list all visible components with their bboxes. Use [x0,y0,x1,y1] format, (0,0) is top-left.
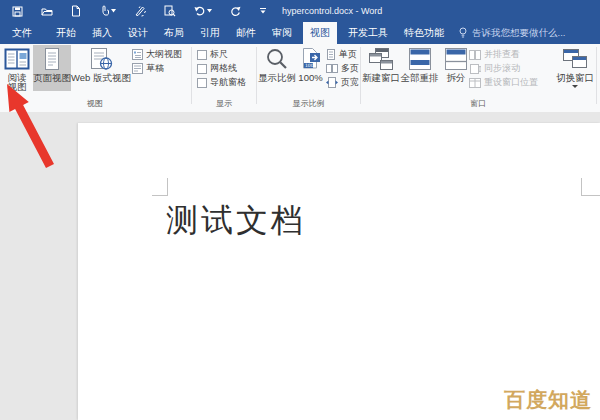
draft-view-button[interactable]: 草稿 [132,63,182,74]
navigation-pane-checkbox[interactable]: 导航窗格 [197,77,246,88]
tab-mailings[interactable]: 邮件 [231,22,261,44]
window-title: hypercontrol.docx - Word [282,0,382,22]
view-side-by-side-icon [469,50,481,60]
gridlines-label: 网格线 [210,62,237,75]
document-page[interactable]: 测试文档 [78,123,600,420]
zoom-100-icon: 100 [300,45,322,73]
open-icon[interactable] [37,0,57,22]
document-text: 测试文档 [166,199,306,243]
watermark-text: 百度知道 [504,386,592,414]
tab-review[interactable]: 审阅 [267,22,297,44]
tab-design[interactable]: 设计 [123,22,153,44]
group-separator [256,47,257,104]
group-separator [596,47,597,104]
outline-view-icon [132,49,143,60]
new-window-icon [368,45,394,73]
reset-window-position-button: 重设窗口位置 [469,77,538,88]
split-label: 拆分 [447,73,466,83]
zoom-100-button[interactable]: 100 100% [295,45,326,91]
zoom-100-label: 100% [298,73,322,83]
page-width-label: 页宽 [341,76,359,89]
tab-layout[interactable]: 布局 [159,22,189,44]
margin-crop-mark-top-right [581,178,600,196]
switch-windows-label: 切换窗口 [556,73,594,83]
checkbox-icon [197,78,207,88]
one-page-button[interactable]: 单页 [326,49,359,60]
checkbox-icon [197,50,207,60]
tell-me-label: 告诉我您想要做什么... [472,27,565,40]
tab-view[interactable]: 视图 [303,22,337,44]
web-layout-button[interactable]: Web 版式视图 [72,45,130,91]
group-zoom: 显示比例 100 100% 单页 多页 页宽 [258,44,359,112]
undo-icon[interactable] [190,0,216,22]
touch-mouse-mode-icon[interactable] [95,0,120,22]
page-width-button[interactable]: 页宽 [326,77,359,88]
reset-window-position-icon [469,78,481,88]
ink-draw-icon[interactable] [130,0,150,22]
draft-view-icon [132,63,143,74]
reading-view-label-line2: 视图 [8,82,27,91]
tab-references[interactable]: 引用 [195,22,225,44]
checkbox-icon [197,64,207,74]
print-layout-label: 页面视图 [33,73,71,83]
svg-text:100: 100 [305,63,314,68]
tab-file[interactable]: 文件 [7,22,37,44]
new-window-label: 新建窗口 [362,73,400,83]
chevron-down-icon [572,85,578,88]
switch-windows-button[interactable]: 切换窗口 [558,45,592,91]
reading-view-icon [4,45,30,73]
group-window: 新建窗口 全部重排 拆分 并排查看 [362,44,594,112]
group-label-window: 窗口 [362,98,594,109]
ruler-label: 标尺 [210,48,228,61]
navigation-pane-label: 导航窗格 [210,76,246,89]
outline-view-button[interactable]: 大纲视图 [132,49,182,60]
ruler-checkbox[interactable]: 标尺 [197,49,246,60]
gridlines-checkbox[interactable]: 网格线 [197,63,246,74]
ribbon: 阅读 视图 页面视图 Web 版式视图 大纲视图 [0,44,600,113]
zoom-magnifier-icon [265,45,289,73]
arrange-all-icon [408,45,432,73]
tab-insert[interactable]: 插入 [87,22,117,44]
tab-special-features[interactable]: 特色功能 [399,22,449,44]
print-layout-icon [43,45,61,73]
multiple-pages-icon [326,63,338,74]
group-separator [360,47,361,104]
reading-view-button[interactable]: 阅读 视图 [2,45,32,91]
print-layout-button[interactable]: 页面视图 [33,45,71,91]
new-window-button[interactable]: 新建窗口 [362,45,400,91]
save-icon[interactable] [8,0,27,22]
group-views: 阅读 视图 页面视图 Web 版式视图 大纲视图 [0,44,190,112]
document-area: 测试文档 百度知道 [0,112,600,420]
multiple-pages-button[interactable]: 多页 [326,63,359,74]
ribbon-tab-row: 文件 开始 插入 设计 布局 引用 邮件 审阅 视图 开发工具 特色功能 告诉我… [0,22,600,44]
view-side-by-side-button: 并排查看 [469,49,538,60]
title-bar: hypercontrol.docx - Word [0,0,600,22]
new-document-icon[interactable] [67,0,85,22]
margin-crop-mark-top-left [152,178,168,196]
word-window: hypercontrol.docx - Word 文件 开始 插入 设计 布局 … [0,0,600,420]
repeat-icon[interactable] [226,0,245,22]
quick-access-toolbar [8,0,271,22]
switch-windows-icon [562,45,588,73]
split-icon [444,45,468,73]
tab-developer[interactable]: 开发工具 [343,22,393,44]
group-separator [191,47,192,104]
tab-home[interactable]: 开始 [51,22,81,44]
split-button[interactable]: 拆分 [442,45,470,91]
one-page-icon [326,49,336,60]
draft-view-label: 草稿 [146,62,164,75]
synchronous-scrolling-label: 同步滚动 [484,62,520,75]
group-show: 标尺 网格线 导航窗格 显示 [193,44,255,112]
web-layout-icon [88,45,114,73]
view-side-by-side-label: 并排查看 [484,48,520,61]
customize-quick-access-toolbar-icon[interactable] [255,0,271,22]
zoom-button[interactable]: 显示比例 [258,45,296,91]
group-label-zoom: 显示比例 [258,98,359,109]
tell-me-box[interactable]: 告诉我您想要做什么... [458,22,565,44]
arrange-all-button[interactable]: 全部重排 [401,45,438,91]
synchronous-scrolling-icon [469,64,481,74]
print-preview-icon[interactable] [160,0,180,22]
reset-window-position-label: 重设窗口位置 [484,76,538,89]
multiple-pages-label: 多页 [341,62,359,75]
one-page-label: 单页 [339,48,357,61]
